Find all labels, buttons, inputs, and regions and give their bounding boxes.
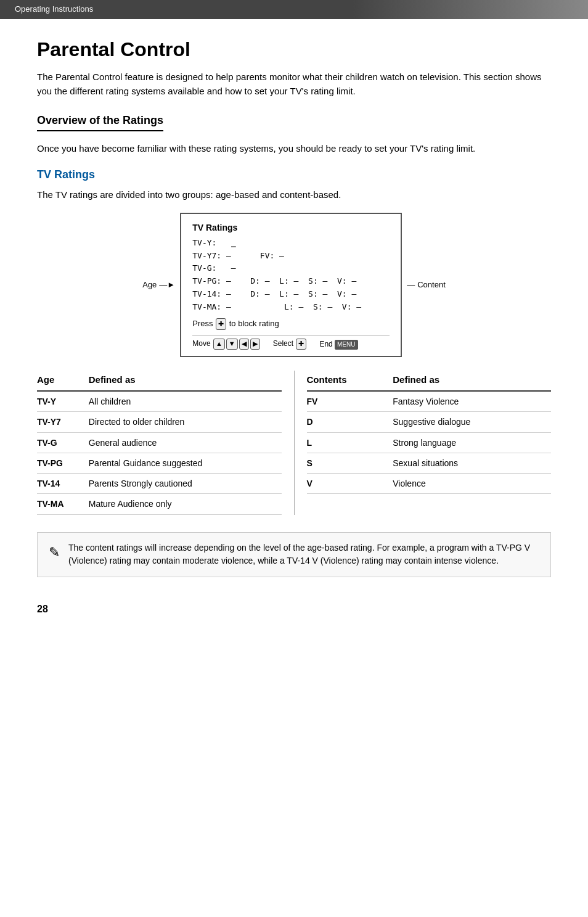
ratings-section: Age Defined as TV-Y All children TV-Y7 D… [37,371,551,515]
overview-heading: Overview of the Ratings [37,112,551,136]
note-box: ✎ The content ratings will increase depe… [37,532,551,577]
header-bar: Operating Instructions [0,0,588,19]
content-def-l: Strong language [393,432,551,453]
age-code-tvma: TV-MA [37,494,89,514]
table-row: TV-PG Parental Guidance suggested [37,453,282,473]
diagram-container: Age —► TV Ratings TV-Y: ⎯ TV-Y7: — FV: —… [37,213,551,357]
press-text: Press [192,319,213,328]
age-def-tvy7: Directed to older children [89,412,282,432]
table-row: V Violence [307,474,552,494]
age-code-tvpg: TV-PG [37,453,89,473]
age-code-tvg: TV-G [37,432,89,453]
table-row: D Suggestive dialogue [307,412,552,432]
content-label-text: Content [417,279,446,291]
age-defined-header: Defined as [89,371,282,391]
table-row: TV-MA Mature Audience only [37,494,282,514]
diagram-row-3: TV-G: — [192,262,390,275]
press-row: Press ✚ to block rating [192,318,390,331]
table-row: TV-Y7 Directed to older children [37,412,282,432]
note-text: The content ratings will increase depend… [68,541,539,568]
press-btn-icon: ✚ [216,318,226,331]
content-col-header: Contents [307,371,393,391]
content-code-l: L [307,432,393,453]
content-table: Contents Defined as FV Fantasy Violence … [307,371,552,515]
age-code-tvy7: TV-Y7 [37,412,89,432]
content-ratings-table: Contents Defined as FV Fantasy Violence … [307,371,552,494]
age-def-tvpg: Parental Guidance suggested [89,453,282,473]
content-code-d: D [307,412,393,432]
diagram-controls: Move ▲▼◀▶ Select ✚ End MENU [192,335,390,350]
content-code-v: V [307,474,393,494]
content-def-d: Suggestive dialogue [393,412,551,432]
move-down-icon: ▼ [226,339,238,350]
diagram-row-6: TV-MA: — L: — S: — V: — [192,301,390,314]
diagram-row-4: TV-PG: — D: — L: — S: — V: — [192,275,390,288]
content-defined-header: Defined as [393,371,551,391]
diagram-title: TV Ratings [192,221,390,234]
age-def-tvma: Mature Audience only [89,494,282,514]
age-label-area: Age —► [142,279,175,291]
note-icon: ✎ [49,543,60,562]
move-left-icon: ◀ [239,339,249,350]
content-def-s: Sexual situations [393,453,551,473]
content-arrow-icon: — [407,279,415,291]
content-def-v: Violence [393,474,551,494]
menu-icon: MENU [335,340,357,350]
move-label: Move ▲▼◀▶ [192,339,260,350]
age-def-tvy: All children [89,391,282,412]
diagram-row-5: TV-14: — D: — L: — S: — V: — [192,288,390,301]
age-code-tvy: TV-Y [37,391,89,412]
age-arrow-icon: —► [159,279,175,291]
table-row: TV-14 Parents Strongly cautioned [37,474,282,494]
select-btn-icon: ✚ [296,339,306,350]
table-row: L Strong language [307,432,552,453]
diagram-row-2: TV-Y7: — FV: — [192,250,390,263]
tv-ratings-text: The TV ratings are divided into two grou… [37,187,542,202]
diagram-row-1: TV-Y: ⎯ [192,237,390,250]
age-label-text: Age [142,279,157,291]
intro-text: The Parental Control feature is designed… [37,70,542,99]
table-row: TV-Y All children [37,391,282,412]
age-code-tv14: TV-14 [37,474,89,494]
end-label: End MENU [319,339,357,350]
select-label: Select ✚ [273,339,308,350]
age-col-header: Age [37,371,89,391]
page-number: 28 [37,602,551,616]
content-code-s: S [307,453,393,473]
content-label-area: — Content [407,279,446,291]
press-suffix: to block rating [229,319,279,328]
header-label: Operating Instructions [15,4,93,15]
tv-ratings-heading: TV Ratings [37,167,551,183]
diagram-box: TV Ratings TV-Y: ⎯ TV-Y7: — FV: — TV-G: … [180,213,402,357]
age-table: Age Defined as TV-Y All children TV-Y7 D… [37,371,295,515]
age-ratings-table: Age Defined as TV-Y All children TV-Y7 D… [37,371,282,515]
table-row: FV Fantasy Violence [307,391,552,412]
content-code-fv: FV [307,391,393,412]
main-content: Parental Control The Parental Control fe… [0,19,588,641]
age-def-tv14: Parents Strongly cautioned [89,474,282,494]
content-def-fv: Fantasy Violence [393,391,551,412]
move-up-icon: ▲ [213,339,225,350]
page-title: Parental Control [37,38,551,61]
table-row: S Sexual situations [307,453,552,473]
age-def-tvg: General audience [89,432,282,453]
table-row: TV-G General audience [37,432,282,453]
overview-text: Once you have become familiar with these… [37,141,542,155]
move-right-icon: ▶ [250,339,260,350]
